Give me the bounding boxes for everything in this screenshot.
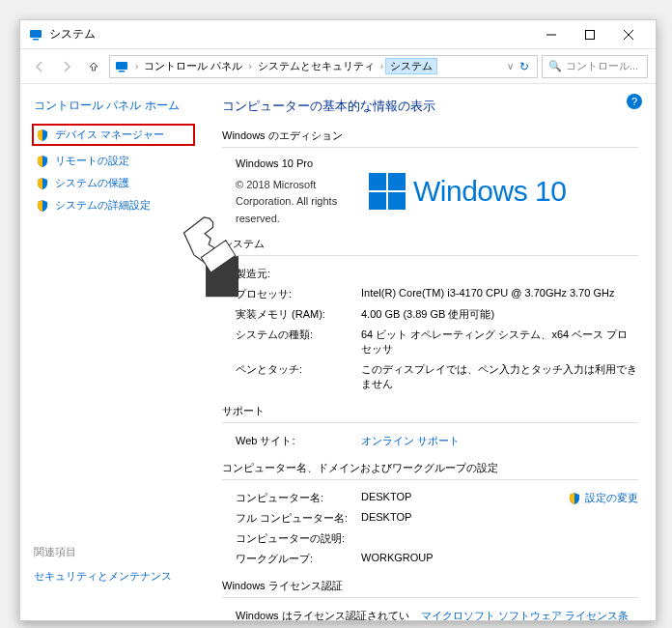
navbar: › コントロール パネル › システムとセキュリティ › システム ∨ ↻ 🔍 … <box>20 49 656 84</box>
minimize-button[interactable] <box>532 21 571 48</box>
content-area: ? コントロール パネル ホーム デバイス マネージャー リモートの設定 システ… <box>20 84 656 620</box>
sidebar-link-label: システムの保護 <box>55 176 129 190</box>
window-controls <box>532 21 648 48</box>
copyright-text: © 2018 Microsoft Corporation. All rights… <box>222 177 338 228</box>
up-button[interactable] <box>82 55 105 78</box>
close-button[interactable] <box>609 21 648 48</box>
shield-icon <box>568 492 581 505</box>
info-row: ワークグループ:WORKGROUP <box>236 549 638 569</box>
section-header: システム <box>222 237 638 256</box>
activation-status: Windows はライセンス認証されています。 <box>236 609 414 620</box>
refresh-button[interactable]: ↻ <box>516 60 533 73</box>
sidebar-item-device-manager[interactable]: デバイス マネージャー <box>32 124 195 146</box>
info-row: フル コンピューター名:DESKTOP <box>236 508 638 528</box>
svg-rect-0 <box>30 30 42 38</box>
chevron-right-icon: › <box>246 61 253 71</box>
info-row: プロセッサ:Intel(R) Core(TM) i3-4170 CPU @ 3.… <box>236 284 638 304</box>
info-row: Web サイト: オンライン サポート <box>236 431 638 451</box>
svg-rect-6 <box>116 62 127 70</box>
system-window: システム › コントロール パネル › システムとセキュリティ › システム ∨… <box>19 19 657 621</box>
shield-icon <box>36 128 49 142</box>
windows-logo-text: Windows 10 <box>413 175 566 208</box>
main-panel: コンピューターの基本的な情報の表示 Windows のエディション Window… <box>209 84 656 620</box>
edition-name: Windows 10 Pro <box>222 156 338 173</box>
section-header: コンピューター名、ドメインおよびワークグループの設定 <box>222 461 638 480</box>
dropdown-icon[interactable]: ∨ <box>505 61 516 71</box>
edition-text: Windows 10 Pro © 2018 Microsoft Corporat… <box>222 156 338 227</box>
windows-squares-icon <box>369 173 406 210</box>
name-section: コンピューター名、ドメインおよびワークグループの設定 コンピューター名: DES… <box>222 461 638 569</box>
change-settings-link[interactable]: 設定の変更 <box>568 491 638 505</box>
svg-rect-3 <box>586 30 595 39</box>
info-row: コンピューターの説明: <box>236 528 638 549</box>
shield-icon <box>36 177 49 190</box>
address-bar[interactable]: › コントロール パネル › システムとセキュリティ › システム ∨ ↻ <box>109 55 538 78</box>
forward-button[interactable] <box>55 55 78 78</box>
breadcrumb-item[interactable]: システムとセキュリティ <box>254 59 378 73</box>
windows-logo: Windows 10 <box>369 156 566 227</box>
info-row: 実装メモリ (RAM):4.00 GB (3.89 GB 使用可能) <box>236 304 638 325</box>
related-header: 関連項目 <box>34 545 195 559</box>
breadcrumb-item-current[interactable]: システム <box>385 58 437 74</box>
breadcrumb-item[interactable]: コントロール パネル <box>140 59 246 73</box>
info-row: Windows はライセンス認証されています。 マイクロソフト ソフトウェア ラ… <box>236 606 638 620</box>
related-link-security[interactable]: セキュリティとメンテナンス <box>34 570 172 582</box>
system-section: システム 製造元: プロセッサ:Intel(R) Core(TM) i3-417… <box>222 237 638 394</box>
system-icon <box>28 27 43 43</box>
search-icon: 🔍 <box>548 60 562 72</box>
maximize-button[interactable] <box>571 21 609 48</box>
chevron-right-icon: › <box>133 61 140 71</box>
related-section: 関連項目 セキュリティとメンテナンス <box>34 545 195 584</box>
sidebar-link-label: リモートの設定 <box>55 154 129 168</box>
back-button[interactable] <box>28 55 51 78</box>
svg-rect-7 <box>119 71 125 72</box>
shield-icon <box>36 199 49 213</box>
license-terms-link[interactable]: マイクロソフト ソフトウェア ライセンス条項を読む <box>421 609 638 620</box>
titlebar: システム <box>20 20 656 49</box>
search-input[interactable]: 🔍 コントロール... <box>542 55 648 78</box>
search-placeholder: コントロール... <box>566 59 638 73</box>
info-row: コンピューター名: DESKTOP 設定の変更 <box>236 488 638 508</box>
info-row: システムの種類:64 ビット オペレーティング システム、x64 ベース プロセ… <box>236 325 638 359</box>
support-section: サポート Web サイト: オンライン サポート <box>222 404 638 451</box>
sidebar: コントロール パネル ホーム デバイス マネージャー リモートの設定 システムの… <box>20 84 209 620</box>
info-row: ペンとタッチ:このディスプレイでは、ペン入力とタッチ入力は利用できません <box>236 359 638 394</box>
online-support-link[interactable]: オンライン サポート <box>361 434 460 448</box>
shield-icon <box>36 155 49 168</box>
page-heading: コンピューターの基本的な情報の表示 <box>222 98 638 115</box>
sidebar-link-label: システムの詳細設定 <box>55 198 151 213</box>
section-header: サポート <box>222 404 638 423</box>
activation-section: Windows ライセンス認証 Windows はライセンス認証されています。 … <box>222 579 638 620</box>
sidebar-item-advanced[interactable]: システムの詳細設定 <box>34 194 195 216</box>
control-panel-home-link[interactable]: コントロール パネル ホーム <box>34 98 195 114</box>
edition-section: Windows のエディション Windows 10 Pro © 2018 Mi… <box>222 128 638 227</box>
window-title: システム <box>49 26 532 43</box>
chevron-right-icon: › <box>378 61 385 71</box>
help-icon[interactable]: ? <box>627 94 642 109</box>
section-header: Windows のエディション <box>222 128 638 148</box>
sidebar-link-label: デバイス マネージャー <box>55 128 164 142</box>
svg-rect-1 <box>33 39 39 41</box>
info-row: 製造元: <box>236 264 638 284</box>
system-small-icon <box>114 59 129 74</box>
sidebar-item-protection[interactable]: システムの保護 <box>34 172 195 194</box>
sidebar-item-remote[interactable]: リモートの設定 <box>34 150 195 172</box>
section-header: Windows ライセンス認証 <box>222 579 638 598</box>
